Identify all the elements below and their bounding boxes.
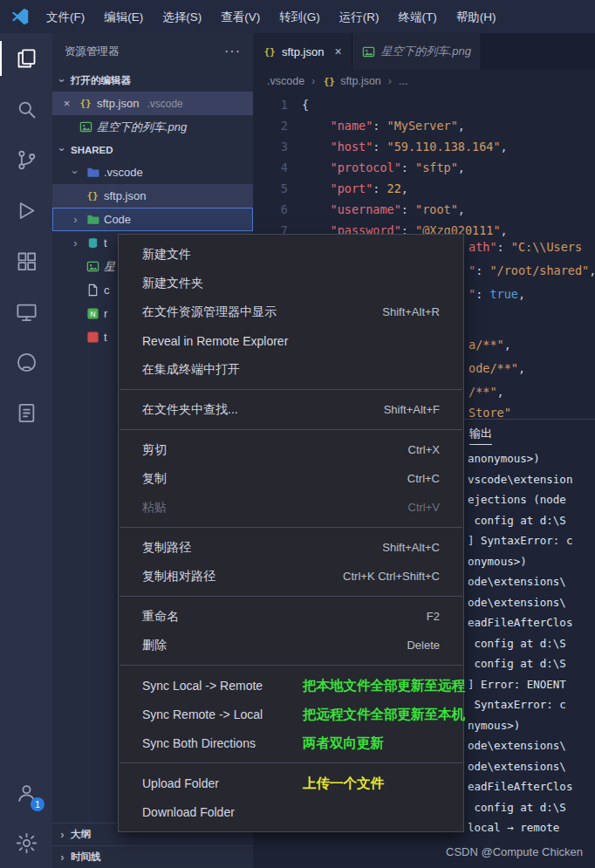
breadcrumb-item[interactable]: ... <box>399 75 407 87</box>
section-label: 时间线 <box>71 851 101 864</box>
explorer-icon[interactable] <box>0 33 52 84</box>
run-debug-icon[interactable] <box>0 185 52 236</box>
extensions-icon[interactable] <box>0 236 52 286</box>
remote-explorer-icon[interactable] <box>0 286 52 337</box>
context-menu-item[interactable]: 复制路径Shift+Alt+C <box>119 533 463 562</box>
code-line: 1{ <box>253 94 595 115</box>
code-fragment: ode/**", <box>468 361 525 375</box>
context-menu-item[interactable]: 在文件夹中查找...Shift+Alt+F <box>119 395 463 424</box>
context-menu-item[interactable]: Upload Folder上传一个文件 <box>119 769 463 797</box>
code-token: "name" <box>331 119 373 133</box>
settings-icon[interactable] <box>0 817 52 868</box>
code-editor: 1{2 "name": "MyServer",3 "host": "59.110… <box>253 92 595 241</box>
code-token <box>302 202 331 216</box>
menubar-item[interactable]: 转到(G) <box>270 8 330 26</box>
search-icon[interactable] <box>0 84 52 134</box>
output-line: ] SyntaxError: c <box>468 530 595 551</box>
menubar-item[interactable]: 查看(V) <box>211 8 270 26</box>
menubar-item[interactable]: 终端(T) <box>389 8 447 26</box>
menubar-item[interactable]: 运行(R) <box>330 8 389 26</box>
folder-green-file-icon <box>85 213 99 227</box>
json-file-icon: {} <box>322 74 336 88</box>
chevron-down-icon: › <box>56 75 69 86</box>
menu-separator <box>120 596 462 597</box>
context-menu-item[interactable]: 新建文件 <box>119 240 463 269</box>
menu-item-label: 新建文件夹 <box>142 276 203 291</box>
context-menu-item[interactable]: Reveal in Remote Explorer <box>119 326 463 355</box>
menu-item-shortcut: F2 <box>427 610 440 623</box>
menu-item-shortcut: Ctrl+V <box>408 501 440 514</box>
close-tab-icon[interactable]: × <box>334 44 341 58</box>
image-file-icon <box>362 44 376 58</box>
output-line: ode\extensions\ <box>468 756 595 777</box>
github-icon[interactable] <box>0 337 52 387</box>
breadcrumb-item[interactable]: {}sftp.json <box>322 74 381 88</box>
section-timeline[interactable]: ›时间线 <box>52 845 253 868</box>
context-menu-item[interactable]: 在集成终端中打开 <box>119 355 463 384</box>
line-number: 6 <box>253 199 302 220</box>
vscode-window: 文件(F)编辑(E)选择(S)查看(V)转到(G)运行(R)终端(T)帮助(H)… <box>0 0 595 868</box>
code-fragment: ath": "C:\\Users <box>468 240 582 254</box>
code-text: "name": "MyServer", <box>302 115 465 136</box>
code-token: , <box>458 202 465 216</box>
tab-output[interactable]: 输出 <box>469 426 492 445</box>
notebook-icon[interactable] <box>0 387 52 438</box>
menu-separator <box>120 665 462 666</box>
code-token: : <box>475 287 489 301</box>
context-menu-item[interactable]: Sync Local -> Remote把本地文件全部更新至远程 <box>119 671 463 700</box>
context-menu-item[interactable]: 删除Delete <box>119 631 463 660</box>
tab-sftp.json[interactable]: {}sftp.json× <box>253 33 352 70</box>
code-token: , <box>458 161 465 174</box>
output-line: eadFileAfterClos <box>468 776 595 797</box>
open-editor-item[interactable]: ×{}sftp.json.vscode <box>52 92 253 115</box>
context-menu-item[interactable]: 复制Ctrl+C <box>119 464 463 493</box>
output-line: config at d:\S <box>468 797 595 818</box>
menu-item-shortcut: Ctrl+X <box>408 443 440 456</box>
menu-item-label: 删除 <box>142 638 167 653</box>
menu-item-label: 在文件资源管理器中显示 <box>142 304 277 320</box>
menu-item-label: Download Folder <box>142 805 235 819</box>
tree-item[interactable]: {}sftp.json <box>52 184 253 208</box>
tab-bar: {}sftp.json×星空下的列车.png <box>253 33 595 70</box>
code-line: 5 "port": 22, <box>253 178 595 199</box>
menubar-item[interactable]: 帮助(H) <box>447 8 506 26</box>
code-token: { <box>302 98 309 112</box>
code-text: "host": "59.110.138.164", <box>302 136 508 157</box>
code-token: "sftp" <box>415 161 458 174</box>
close-editor-icon[interactable]: × <box>59 97 74 110</box>
menubar-item[interactable]: 文件(F) <box>37 8 94 26</box>
output-line: ] Error: ENOENT <box>468 674 595 695</box>
output-line: config at d:\S <box>468 510 595 531</box>
context-menu-item[interactable]: 重命名F2 <box>119 602 463 631</box>
breadcrumb-item[interactable]: .vscode <box>267 75 304 87</box>
source-control-icon[interactable] <box>0 134 52 185</box>
context-menu-item[interactable]: Sync Remote -> Local把远程文件全部更新至本机 <box>119 700 463 728</box>
context-menu-item: 粘贴Ctrl+V <box>119 493 463 522</box>
output-line: ode\extensions\ <box>468 592 595 613</box>
tab-星空下的列车.png[interactable]: 星空下的列车.png <box>352 33 482 70</box>
open-editor-item[interactable]: 星空下的列车.png <box>52 115 253 139</box>
context-menu-item[interactable]: Sync Both Directions两者双向更新 <box>119 728 463 757</box>
context-menu-item[interactable]: Download Folder <box>119 797 463 826</box>
svg-text:N: N <box>90 310 95 318</box>
menubar-item[interactable]: 选择(S) <box>153 8 211 26</box>
account-icon[interactable]: 1 <box>0 767 52 817</box>
section-shared[interactable]: ›SHARED <box>52 139 253 161</box>
more-actions-icon[interactable]: ··· <box>224 44 241 59</box>
tree-item[interactable]: ›.vscode <box>52 161 253 184</box>
context-menu-item[interactable]: 复制相对路径Ctrl+K Ctrl+Shift+C <box>119 562 463 591</box>
line-number: 1 <box>253 94 302 115</box>
context-menu-item[interactable]: 在文件资源管理器中显示Shift+Alt+R <box>119 297 463 326</box>
code-token: : <box>401 161 415 174</box>
section-open-editors[interactable]: ›打开的编辑器 <box>52 70 253 92</box>
tree-item[interactable]: ›Code <box>52 208 253 231</box>
tree-item-label: r <box>104 307 107 320</box>
code-token: : <box>401 202 415 216</box>
menu-item-label: 复制路径 <box>142 540 191 556</box>
tree-item-label: c <box>104 284 110 297</box>
code-text: "protocol": "sftp", <box>302 157 465 178</box>
context-menu-item[interactable]: 剪切Ctrl+X <box>119 435 463 464</box>
menubar-item[interactable]: 编辑(E) <box>94 8 153 26</box>
context-menu-item[interactable]: 新建文件夹 <box>119 269 463 297</box>
code-token: "port" <box>331 181 373 195</box>
